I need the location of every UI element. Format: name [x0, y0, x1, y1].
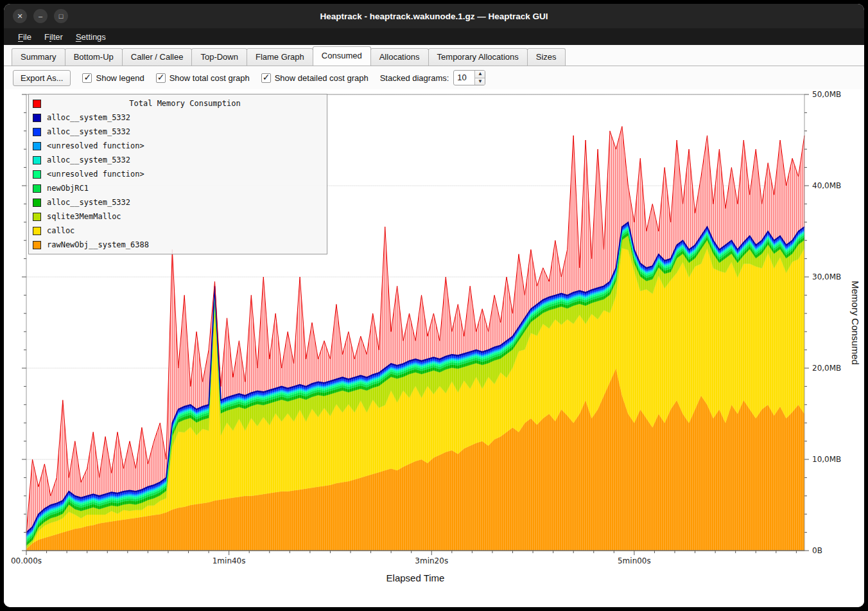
- app-window: ✕–□ Heaptrack - heaptrack.wakunode.1.gz …: [4, 4, 864, 607]
- legend-swatch: [33, 142, 41, 150]
- legend-label: alloc__system_5332: [47, 113, 130, 122]
- legend-swatch: [33, 156, 41, 164]
- legend-label: alloc__system_5332: [47, 198, 130, 207]
- tab-summary[interactable]: Summary: [12, 48, 65, 66]
- x-tick-label: 00.000s: [11, 556, 42, 565]
- chart-area: 0B10,0MB20,0MB30,0MB40,0MB50,0MB00.000s1…: [4, 89, 864, 607]
- checkbox-label: Show detailed cost graph: [275, 73, 369, 83]
- tab-caller-callee[interactable]: Caller / Callee: [122, 48, 193, 66]
- close-button[interactable]: ✕: [13, 9, 27, 23]
- x-tick-label: 5min00s: [618, 556, 651, 565]
- legend-item: <unresolved function>: [33, 139, 323, 153]
- maximize-button[interactable]: □: [54, 9, 68, 23]
- show-detailed-cost-graph-checkbox[interactable]: Show detailed cost graph: [261, 73, 369, 83]
- legend-swatch: [33, 199, 41, 207]
- x-tick-label: 3min20s: [415, 556, 448, 565]
- y-tick-label: 40,0MB: [812, 181, 841, 190]
- legend-label: alloc__system_5332: [47, 155, 130, 164]
- toolbar-checkboxes: Show legendShow total cost graphShow det…: [82, 73, 368, 83]
- tab-top-down[interactable]: Top-Down: [191, 48, 247, 66]
- spinner-arrows: ▲ ▼: [474, 71, 485, 85]
- minimize-button[interactable]: –: [33, 9, 48, 23]
- tab-bar: SummaryBottom-UpCaller / CalleeTop-DownF…: [4, 45, 864, 66]
- legend-swatch: [33, 241, 41, 249]
- titlebar[interactable]: ✕–□ Heaptrack - heaptrack.wakunode.1.gz …: [4, 4, 864, 28]
- tab-consumed[interactable]: Consumed: [313, 46, 371, 66]
- legend-item: alloc__system_5332: [33, 111, 323, 125]
- legend-swatch: [33, 114, 41, 122]
- legend-item: newObjRC1: [33, 181, 323, 195]
- spin-up-button[interactable]: ▲: [475, 71, 485, 78]
- legend-swatch: [33, 170, 41, 179]
- legend-swatch: [33, 213, 41, 221]
- y-tick-label: 50,0MB: [812, 90, 841, 99]
- x-axis-title: Elapsed Time: [26, 572, 804, 583]
- checkbox-label: Show total cost graph: [169, 73, 250, 83]
- legend-item: rawNewObj__system_6388: [33, 238, 323, 252]
- legend-label: <unresolved function>: [47, 170, 144, 179]
- tab-flame-graph[interactable]: Flame Graph: [247, 48, 313, 66]
- y-axis-title: Memory Consumed: [850, 281, 861, 365]
- show-legend-checkbox[interactable]: Show legend: [82, 73, 144, 83]
- x-tick-label: 1min40s: [213, 556, 246, 565]
- legend-label: calloc: [47, 226, 74, 235]
- toolbar: Export As... Show legendShow total cost …: [4, 66, 864, 89]
- tab-sizes[interactable]: Sizes: [527, 48, 566, 66]
- tab-bottom-up[interactable]: Bottom-Up: [65, 48, 123, 66]
- y-tick-label: 30,0MB: [812, 272, 841, 281]
- menu-filter[interactable]: Filter: [38, 30, 69, 44]
- window-title: Heaptrack - heaptrack.wakunode.1.gz — He…: [4, 12, 864, 21]
- legend-item: alloc__system_5332: [33, 195, 323, 209]
- menu-file[interactable]: File: [12, 30, 38, 44]
- y-tick-label: 0B: [812, 546, 822, 555]
- spin-down-button[interactable]: ▼: [475, 78, 485, 85]
- stacked-diagrams-label: Stacked diagrams:: [380, 73, 449, 83]
- stacked-diagrams-value: 10: [454, 71, 474, 85]
- window-controls: ✕–□: [13, 4, 68, 28]
- checkbox-icon[interactable]: [156, 73, 166, 83]
- legend-item: alloc__system_5332: [33, 125, 323, 139]
- legend-title-row: Total Memory Consumption: [33, 96, 323, 111]
- legend-swatch: [33, 184, 41, 193]
- legend-label: sqlite3MemMalloc: [47, 212, 121, 221]
- legend-label: <unresolved function>: [47, 141, 144, 150]
- legend-label: newObjRC1: [47, 184, 89, 193]
- checkbox-icon[interactable]: [82, 73, 92, 83]
- legend-label: alloc__system_5332: [47, 127, 130, 136]
- y-tick-label: 10,0MB: [812, 455, 841, 464]
- tab-temporary-allocations[interactable]: Temporary Allocations: [428, 48, 528, 66]
- stacked-diagrams-group: Stacked diagrams: 10 ▲ ▼: [380, 70, 486, 85]
- menubar: FileFilterSettings: [4, 28, 864, 45]
- screen: ✕–□ Heaptrack - heaptrack.wakunode.1.gz …: [0, 0, 868, 611]
- legend-item: <unresolved function>: [33, 167, 323, 181]
- export-as-button[interactable]: Export As...: [13, 70, 71, 86]
- legend-swatch: [33, 100, 41, 108]
- legend-label: rawNewObj__system_6388: [47, 240, 149, 249]
- menu-settings[interactable]: Settings: [69, 30, 112, 44]
- checkbox-icon[interactable]: [261, 73, 271, 83]
- legend-item: calloc: [33, 224, 323, 238]
- legend-swatch: [33, 227, 41, 235]
- legend-title: Total Memory Consumption: [47, 99, 323, 108]
- chart-legend: Total Memory Consumptionalloc__system_53…: [28, 94, 327, 254]
- tab-allocations[interactable]: Allocations: [370, 48, 429, 66]
- stacked-diagrams-spinner[interactable]: 10 ▲ ▼: [453, 70, 485, 85]
- legend-item: alloc__system_5332: [33, 153, 323, 167]
- legend-swatch: [33, 128, 41, 136]
- show-total-cost-graph-checkbox[interactable]: Show total cost graph: [156, 73, 250, 83]
- legend-item: sqlite3MemMalloc: [33, 209, 323, 224]
- checkbox-label: Show legend: [96, 73, 144, 83]
- y-tick-label: 20,0MB: [812, 364, 841, 373]
